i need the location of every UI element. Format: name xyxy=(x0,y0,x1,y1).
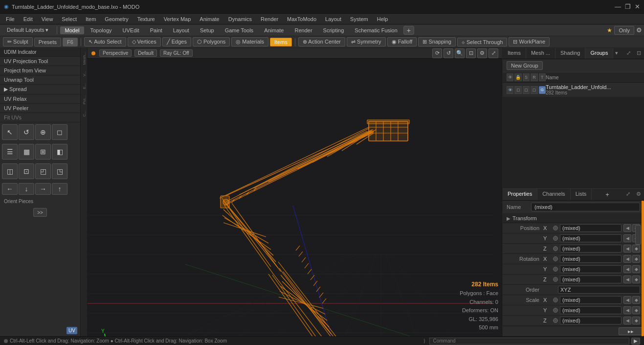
edges-button[interactable]: ╱ Edges xyxy=(162,37,191,46)
position-y-dot[interactable] xyxy=(553,236,558,241)
sculpt-button[interactable]: ✏ Sculpt xyxy=(3,37,33,46)
menu-layout[interactable]: Layout xyxy=(321,15,345,23)
tab-layout[interactable]: Layout xyxy=(168,26,194,34)
menu-view[interactable]: View xyxy=(38,15,57,23)
scale-y-key-icon[interactable]: ◆ xyxy=(632,306,640,314)
position-x-value[interactable]: (mixed) xyxy=(560,224,622,232)
f6-button[interactable]: F6 xyxy=(63,38,78,46)
close-button[interactable]: ✕ xyxy=(635,3,640,10)
group-list-item[interactable]: 👁 □ □ □ G Turntable_Ladder_Unfold... 282… xyxy=(503,83,644,97)
strip-e-label[interactable]: E... xyxy=(81,80,87,92)
transform-section[interactable]: ▶ Transform xyxy=(503,214,644,223)
align-icon-1[interactable]: ◫ xyxy=(2,163,18,179)
tab-items[interactable]: Items xyxy=(503,48,526,59)
snapping-button[interactable]: ⊞ Snapping xyxy=(418,37,456,46)
position-x-anim-icon[interactable]: ◀ xyxy=(623,224,631,232)
symmetry-button[interactable]: ⇌ Symmetry xyxy=(347,37,386,46)
vertices-button[interactable]: ◇ Vertices xyxy=(128,37,161,46)
scale-x-anim-icon[interactable]: ◀ xyxy=(623,296,631,304)
tab-model[interactable]: Model xyxy=(60,26,85,34)
position-y-anim-icon[interactable]: ◀ xyxy=(623,234,631,242)
new-group-button[interactable]: New Group xyxy=(507,61,543,70)
scale-x-value[interactable]: (mixed) xyxy=(560,296,622,304)
position-y-value[interactable]: (mixed) xyxy=(560,234,622,242)
tab-groups[interactable]: Groups xyxy=(585,48,613,59)
arrow-down-button[interactable]: ↓ xyxy=(19,183,34,195)
settings-icon[interactable]: ⚙ xyxy=(636,26,642,34)
grid-icon-2[interactable]: ▦ xyxy=(19,144,34,160)
tab-topology[interactable]: Topology xyxy=(85,26,116,34)
grid-icon-3[interactable]: ⊞ xyxy=(35,144,51,160)
menu-select[interactable]: Select xyxy=(58,15,81,23)
lock-col-icon[interactable]: 🔒 xyxy=(514,73,521,81)
select-through-button[interactable]: ⟐ Select Through xyxy=(457,38,507,46)
menu-system[interactable]: System xyxy=(346,15,372,23)
scale-z-anim-icon[interactable]: ◀ xyxy=(623,317,631,324)
materials-button[interactable]: ◎ Materials xyxy=(231,37,268,46)
tab-lists[interactable]: Lists xyxy=(571,189,592,200)
viewport-content[interactable]: X Y Z 282 Items Polygons : Face Channels… xyxy=(88,59,502,336)
menu-edit[interactable]: Edit xyxy=(20,15,37,23)
align-icon-2[interactable]: ⊡ xyxy=(19,163,34,179)
rotation-y-anim-icon[interactable]: ◀ xyxy=(623,265,631,273)
menu-animate[interactable]: Animate xyxy=(196,15,223,23)
rotation-z-value[interactable]: (mixed) xyxy=(560,276,622,283)
scale-tool-icon[interactable]: ⊕ xyxy=(35,124,51,140)
add-tab-button[interactable]: + xyxy=(403,26,414,35)
eye-col-icon[interactable]: 👁 xyxy=(507,73,513,81)
group-lock-icon[interactable]: □ xyxy=(514,86,521,94)
uv-peeler-tool[interactable]: UV Peeler xyxy=(0,104,80,113)
arrow-left-button[interactable]: ← xyxy=(2,183,18,195)
presets-button[interactable]: Presets xyxy=(34,38,61,46)
project-from-view-tool[interactable]: Project from View xyxy=(0,66,80,75)
viewport-reset-icon[interactable]: ↺ xyxy=(444,48,453,58)
tab-scripting[interactable]: Scripting xyxy=(318,26,349,34)
scale-y-value[interactable]: (mixed) xyxy=(560,306,622,314)
scale-z-key-icon[interactable]: ◆ xyxy=(632,317,640,324)
props-add-button[interactable]: + xyxy=(601,189,613,200)
command-input[interactable] xyxy=(429,338,629,345)
scale-z-dot[interactable] xyxy=(553,318,558,323)
name-value[interactable]: (mixed) xyxy=(531,203,640,211)
props-expand-icon[interactable]: ⤢ xyxy=(623,189,633,200)
rotation-z-anim-icon[interactable]: ◀ xyxy=(623,276,631,283)
ray-gl-button[interactable]: Ray GL: Off xyxy=(160,49,193,57)
polygons-button[interactable]: ⬡ Polygons xyxy=(193,37,230,46)
position-x-dot[interactable] xyxy=(553,226,558,230)
transform-tool-icon[interactable]: ◻ xyxy=(52,124,67,140)
run-command-button[interactable]: ▶ xyxy=(631,338,640,345)
position-z-dot[interactable] xyxy=(553,246,558,251)
props-settings-icon[interactable]: ⚙ xyxy=(633,189,644,200)
group-render-icon[interactable]: □ xyxy=(531,86,537,94)
select-col-icon[interactable]: S xyxy=(523,73,530,81)
group-eye-icon[interactable]: 👁 xyxy=(507,86,513,94)
scale-x-dot[interactable] xyxy=(553,298,558,302)
tab-uvedit[interactable]: UVEdit xyxy=(118,26,144,34)
default-shading-button[interactable]: Default xyxy=(134,49,157,57)
type-col-icon[interactable]: T xyxy=(539,73,546,81)
menu-dynamics[interactable]: Dynamics xyxy=(224,15,256,23)
group-select-icon[interactable]: □ xyxy=(523,86,530,94)
rotation-y-dot[interactable] xyxy=(553,267,558,272)
tab-dropdown-icon[interactable]: ▾ xyxy=(613,48,620,59)
maximize-button[interactable]: ❐ xyxy=(625,3,631,10)
right-scroll-thumb[interactable] xyxy=(635,225,641,245)
tab-setup[interactable]: Setup xyxy=(195,26,219,34)
rotation-x-dot[interactable] xyxy=(553,256,558,261)
rotation-x-anim-icon[interactable]: ◀ xyxy=(623,255,631,263)
menu-item[interactable]: Item xyxy=(82,15,100,23)
rotation-z-key-icon[interactable]: ◆ xyxy=(632,276,640,283)
default-layouts-dropdown[interactable]: Default Layouts ▾ xyxy=(2,26,54,34)
tab-animate[interactable]: Animate xyxy=(259,26,289,34)
grid-icon-4[interactable]: ◧ xyxy=(52,144,67,160)
tab-render[interactable]: Render xyxy=(289,26,317,34)
viewport-frame-icon[interactable]: ⊡ xyxy=(466,48,476,58)
perspective-button[interactable]: Perspective xyxy=(99,49,132,57)
position-z-key-icon[interactable]: ◆ xyxy=(632,245,640,253)
items-button[interactable]: Items xyxy=(270,38,292,46)
rotation-x-value[interactable]: (mixed) xyxy=(560,255,622,263)
rotate-tool-icon[interactable]: ↺ xyxy=(19,124,34,140)
panel-maximize-icon[interactable]: ⊡ xyxy=(634,48,644,59)
action-center-button[interactable]: ⊕ Action Center xyxy=(298,37,345,46)
menu-file[interactable]: File xyxy=(2,15,19,23)
